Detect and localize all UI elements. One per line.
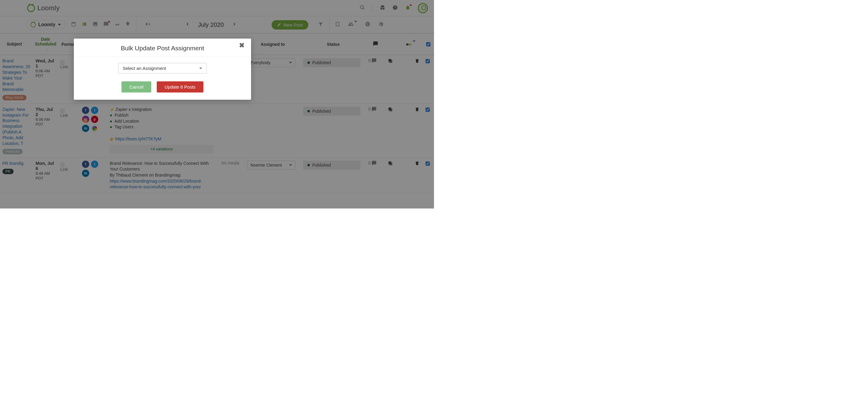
- update-posts-button[interactable]: Update 8 Posts: [157, 82, 204, 93]
- modal-header: Bulk Update Post Assignment ✖: [74, 38, 251, 57]
- modal-title: Bulk Update Post Assignment: [121, 44, 204, 52]
- modal-overlay[interactable]: [0, 0, 434, 208]
- assignment-select[interactable]: Select an Assignment: [118, 63, 207, 73]
- bulk-update-modal: Bulk Update Post Assignment ✖ Select an …: [74, 38, 251, 100]
- modal-buttons: Cancel Update 8 Posts: [121, 82, 203, 93]
- assignment-select-label: Select an Assignment: [123, 66, 166, 71]
- chevron-down-icon: [199, 67, 202, 69]
- cancel-button[interactable]: Cancel: [121, 82, 151, 93]
- modal-close-icon[interactable]: ✖: [239, 41, 244, 50]
- modal-body: Select an Assignment Cancel Update 8 Pos…: [74, 57, 251, 100]
